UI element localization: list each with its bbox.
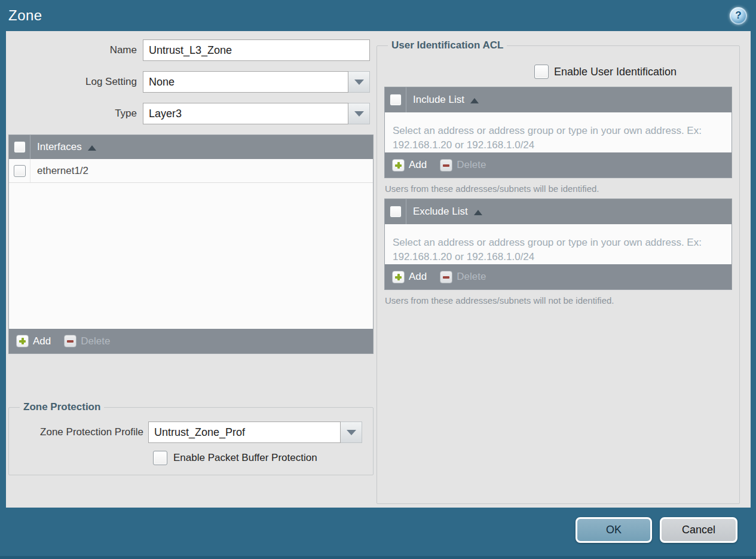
cancel-button[interactable]: Cancel: [660, 517, 737, 543]
enable-user-identification-checkbox[interactable]: [534, 65, 549, 79]
include-list-header: Include List: [385, 87, 731, 112]
interface-row-checkbox[interactable]: [14, 165, 26, 177]
exclude-select-all-checkbox[interactable]: [390, 206, 402, 218]
chevron-down-icon: [354, 111, 364, 117]
exclude-list-header: Exclude List: [385, 199, 731, 224]
exclude-select-all-cell: [385, 199, 406, 224]
interfaces-column-label: Interfaces: [37, 141, 82, 153]
interfaces-table-footer: Add Delete: [9, 329, 373, 353]
add-exclude-address-button[interactable]: Add: [392, 271, 427, 283]
zone-protection-profile-label: Zone Protection Profile: [16, 426, 148, 438]
exclude-list-table: Exclude List Select an address or addres…: [384, 198, 732, 290]
interfaces-select-all-cell: [9, 135, 30, 159]
sort-asc-icon: [470, 98, 479, 103]
dialog-body: Name Log Setting Type: [6, 31, 751, 508]
sort-asc-icon: [474, 210, 482, 215]
table-row[interactable]: ethernet1/2: [9, 159, 373, 183]
left-column: Name Log Setting Type: [8, 39, 374, 508]
delete-include-address-button[interactable]: Delete: [440, 159, 486, 172]
zone-protection-section: Zone Protection Zone Protection Profile …: [8, 401, 374, 475]
interfaces-column-header[interactable]: Interfaces: [30, 135, 96, 159]
minus-icon: [64, 335, 76, 347]
enable-user-identification-row: Enable User Identification: [384, 65, 677, 79]
interface-name: ethernet1/2: [30, 159, 88, 182]
dialog-footer: OK Cancel: [0, 508, 756, 559]
log-setting-input[interactable]: [143, 71, 348, 93]
add-include-address-button[interactable]: Add: [392, 159, 427, 172]
log-setting-combo: [143, 71, 370, 93]
zone-protection-legend: Zone Protection: [20, 401, 104, 413]
include-list-label: Include List: [413, 94, 464, 106]
type-combo: [143, 103, 370, 124]
delete-interface-button[interactable]: Delete: [64, 335, 110, 347]
add-interface-button[interactable]: Add: [16, 335, 51, 347]
type-dropdown-button[interactable]: [348, 103, 370, 124]
log-setting-dropdown-button[interactable]: [348, 71, 370, 93]
help-glyph: ?: [735, 10, 741, 22]
include-list-body: Select an address or address group or ty…: [385, 112, 731, 152]
zone-protection-profile-combo: [148, 421, 362, 443]
chevron-down-icon: [354, 80, 364, 85]
name-label: Name: [8, 44, 143, 56]
packet-buffer-row: Enable Packet Buffer Protection: [153, 451, 366, 465]
log-setting-row: Log Setting: [8, 71, 374, 93]
enable-packet-buffer-checkbox[interactable]: [153, 451, 167, 465]
plus-icon: [392, 159, 405, 172]
enable-user-identification-label: Enable User Identification: [554, 66, 677, 78]
name-row: Name: [8, 39, 374, 61]
include-list-placeholder: Select an address or address group or ty…: [393, 124, 724, 152]
interfaces-table: Interfaces ethernet1/2 Add: [8, 135, 374, 354]
exclude-list-footer: Add Delete: [385, 264, 731, 289]
include-list-column-header[interactable]: Include List: [406, 87, 479, 112]
exclude-list-body: Select an address or address group or ty…: [385, 224, 731, 264]
type-row: Type: [8, 103, 374, 124]
packet-buffer-label: Enable Packet Buffer Protection: [173, 452, 317, 464]
add-label: Add: [409, 159, 427, 171]
exclude-list-placeholder: Select an address or address group or ty…: [393, 236, 724, 264]
chevron-down-icon: [347, 430, 356, 435]
plus-icon: [392, 271, 405, 283]
add-label: Add: [33, 335, 51, 347]
row-checkbox-cell: [9, 159, 30, 182]
include-list-table: Include List Select an address or addres…: [384, 87, 732, 178]
zone-protection-profile-row: Zone Protection Profile: [16, 421, 366, 443]
interfaces-table-body: ethernet1/2: [9, 159, 373, 329]
dialog-title: Zone: [8, 7, 42, 24]
help-icon[interactable]: ?: [730, 7, 747, 25]
exclude-list-caption: Users from these addresses/subnets will …: [385, 295, 732, 306]
exclude-list-label: Exclude List: [413, 206, 468, 218]
zone-protection-profile-input[interactable]: [148, 421, 341, 443]
zone-dialog: Zone ? Name Log Setting Type: [0, 0, 756, 559]
include-list-caption: Users from these addresses/subnets will …: [385, 184, 732, 194]
dialog-titlebar: Zone ?: [0, 0, 756, 31]
user-identification-acl-section: User Identification ACL Enable User Iden…: [377, 39, 740, 504]
window-bottom-edge: [0, 556, 756, 559]
user-identification-acl-legend: User Identification ACL: [388, 39, 507, 51]
delete-label: Delete: [457, 159, 486, 171]
interfaces-select-all-checkbox[interactable]: [14, 141, 26, 153]
include-select-all-checkbox[interactable]: [390, 94, 402, 106]
sort-asc-icon: [88, 145, 96, 151]
exclude-list-column-header[interactable]: Exclude List: [406, 199, 482, 224]
zone-protection-profile-dropdown-button[interactable]: [341, 421, 362, 443]
delete-label: Delete: [457, 271, 486, 283]
name-input[interactable]: [143, 39, 370, 61]
interfaces-table-header: Interfaces: [9, 135, 373, 159]
type-input[interactable]: [143, 103, 348, 124]
delete-exclude-address-button[interactable]: Delete: [440, 271, 486, 283]
ok-button[interactable]: OK: [576, 517, 652, 543]
plus-icon: [16, 335, 29, 347]
include-select-all-cell: [385, 87, 406, 112]
delete-label: Delete: [81, 335, 110, 347]
log-setting-label: Log Setting: [8, 76, 143, 88]
minus-icon: [440, 271, 452, 283]
include-list-footer: Add Delete: [385, 152, 731, 178]
type-label: Type: [8, 108, 143, 120]
add-label: Add: [409, 271, 427, 283]
minus-icon: [440, 159, 452, 172]
